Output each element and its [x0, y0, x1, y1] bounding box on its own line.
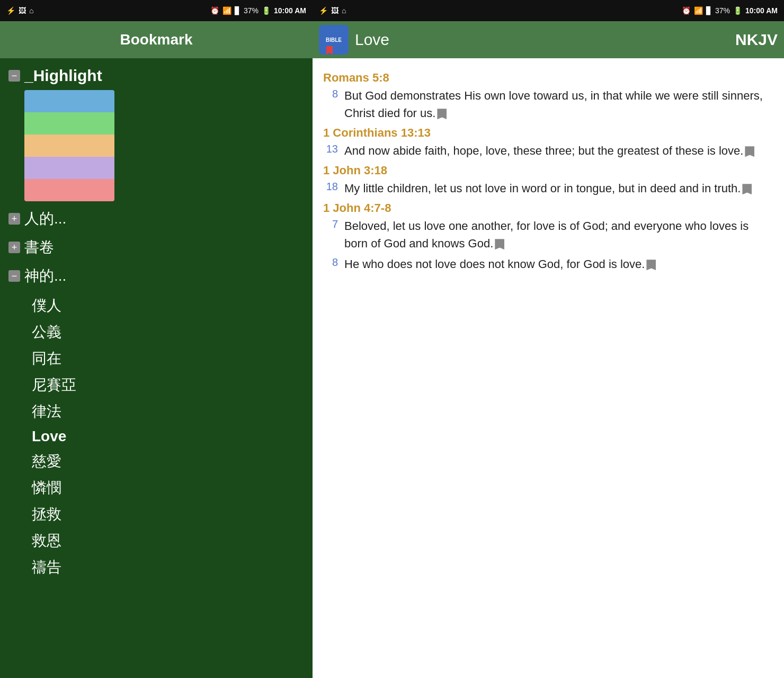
subitem-love[interactable]: Love — [0, 425, 313, 448]
right-battery-icon: 🔋 — [733, 6, 742, 15]
color-green[interactable] — [24, 112, 114, 135]
verse-num-7: 7 — [323, 217, 338, 252]
right-status-bar: ⚡ 🖼 ⌂ ⏰ 📶 ▊ 37% 🔋 10:00 AM — [313, 0, 784, 21]
reference-romans58[interactable]: Romans 5:8 — [323, 71, 773, 85]
left-panel: ⚡ 🖼 ⌂ ⏰ 📶 ▊ 37% 🔋 10:00 AM Bookmark _Hig… — [0, 0, 313, 678]
color-red[interactable] — [24, 179, 114, 201]
verse-text-john48: He who does not love does not know God, … — [344, 255, 773, 273]
category-shen-label: 神的... — [24, 266, 66, 286]
right-time: 10:00 AM — [745, 6, 778, 15]
right-usb-icon: ⚡ — [319, 6, 328, 15]
right-image-icon: 🖼 — [331, 6, 338, 15]
right-wifi-icon: 📶 — [694, 6, 703, 15]
subitem-nisaiya[interactable]: 尼賽亞 — [0, 372, 313, 398]
usb-icon: ⚡ — [6, 6, 15, 15]
right-signal-icon: ▊ — [706, 6, 712, 15]
color-blue[interactable] — [24, 90, 114, 112]
verse-text-john47: Beloved, let us love one another, for lo… — [344, 217, 773, 252]
bible-content[interactable]: Romans 5:8 8 But God demonstrates His ow… — [313, 58, 784, 678]
bookmark-icon-cor1313 — [745, 146, 754, 157]
color-purple[interactable] — [24, 157, 114, 179]
subitem-lianmin[interactable]: 憐憫 — [0, 475, 313, 501]
bookmark-header: Bookmark — [0, 21, 313, 58]
right-battery-text: 37% — [715, 6, 730, 15]
category-shu-label: 書卷 — [24, 237, 54, 257]
color-swatches — [24, 90, 114, 201]
battery-icon: 🔋 — [262, 6, 271, 15]
subitem-daogao[interactable]: 禱告 — [0, 554, 313, 581]
subitem-tongzai[interactable]: 同在 — [0, 345, 313, 372]
right-header-version: NKJV — [735, 31, 778, 49]
ren-expand-icon[interactable] — [8, 213, 20, 225]
verse-num-13: 13 — [323, 142, 338, 159]
subitem-ciiai[interactable]: 慈愛 — [0, 448, 313, 475]
verse-row-john318: 18 My little children, let us not love i… — [323, 180, 773, 197]
verse-row-romans58: 8 But God demonstrates His own love towa… — [323, 87, 773, 122]
shen-subitems: 僕人 公義 同在 尼賽亞 律法 Love 慈愛 憐憫 拯救 救恩 禱告 — [0, 290, 313, 583]
subitem-zhengijiu[interactable]: 拯救 — [0, 501, 313, 528]
verse-num-8-john: 8 — [323, 255, 338, 273]
subitem-lvfa[interactable]: 律法 — [0, 398, 313, 425]
image-icon: 🖼 — [19, 6, 26, 15]
bible-app-icon: BIBLE — [319, 25, 349, 55]
bookmark-icon-john318 — [742, 184, 752, 194]
shu-expand-icon[interactable] — [8, 242, 20, 253]
subitem-gongyi[interactable]: 公義 — [0, 319, 313, 345]
bookmark-icon-john48 — [646, 260, 656, 270]
right-panel: ⚡ 🖼 ⌂ ⏰ 📶 ▊ 37% 🔋 10:00 AM BIBLE Love NK… — [313, 0, 784, 678]
alarm-icon: ⏰ — [210, 6, 219, 15]
category-ren[interactable]: 人的... — [0, 204, 313, 233]
signal-icon: ▊ — [235, 6, 240, 15]
bookmark-title: Bookmark — [120, 31, 193, 48]
right-header: BIBLE Love NKJV — [313, 21, 784, 58]
verse-text-cor1313: And now abide faith, hope, love, these t… — [344, 142, 773, 159]
home-icon: ⌂ — [29, 6, 33, 15]
verse-row-john47: 7 Beloved, let us love one another, for … — [323, 217, 773, 252]
verse-num-18: 18 — [323, 180, 338, 197]
bookmark-icon-romans58 — [437, 109, 447, 119]
bible-icon-label: BIBLE — [326, 37, 342, 43]
bookmark-list[interactable]: _Highlight 人的... 書卷 神的... — [0, 58, 313, 678]
verse-num-8-romans: 8 — [323, 87, 338, 122]
right-header-title: Love — [355, 31, 729, 49]
verse-text-romans58: But God demonstrates His own love toward… — [344, 87, 773, 122]
color-orange[interactable] — [24, 135, 114, 157]
battery-text: 37% — [244, 6, 259, 15]
right-alarm-icon: ⏰ — [682, 6, 691, 15]
highlight-section[interactable]: _Highlight — [0, 64, 313, 204]
wifi-icon: 📶 — [222, 6, 231, 15]
subitem-jiuen[interactable]: 救恩 — [0, 528, 313, 554]
reference-john478[interactable]: 1 John 4:7-8 — [323, 201, 773, 215]
category-shu[interactable]: 書卷 — [0, 233, 313, 262]
category-shen[interactable]: 神的... — [0, 262, 313, 290]
bookmark-icon-john47 — [495, 239, 504, 249]
highlight-collapse-icon[interactable] — [8, 70, 20, 82]
category-ren-label: 人的... — [24, 209, 66, 229]
reference-cor1313[interactable]: 1 Corinthians 13:13 — [323, 126, 773, 140]
shen-collapse-icon[interactable] — [8, 270, 20, 282]
verse-row-john48: 8 He who does not love does not know God… — [323, 255, 773, 273]
verse-text-john318: My little children, let us not love in w… — [344, 180, 773, 197]
highlight-label: _Highlight — [24, 67, 102, 85]
reference-john318[interactable]: 1 John 3:18 — [323, 164, 773, 177]
right-home-icon: ⌂ — [342, 6, 346, 15]
left-status-bar: ⚡ 🖼 ⌂ ⏰ 📶 ▊ 37% 🔋 10:00 AM — [0, 0, 313, 21]
subitem-puren[interactable]: 僕人 — [0, 292, 313, 319]
bible-icon-bookmark-shape — [326, 46, 333, 55]
left-time: 10:00 AM — [274, 6, 306, 15]
verse-row-cor1313: 13 And now abide faith, hope, love, thes… — [323, 142, 773, 159]
